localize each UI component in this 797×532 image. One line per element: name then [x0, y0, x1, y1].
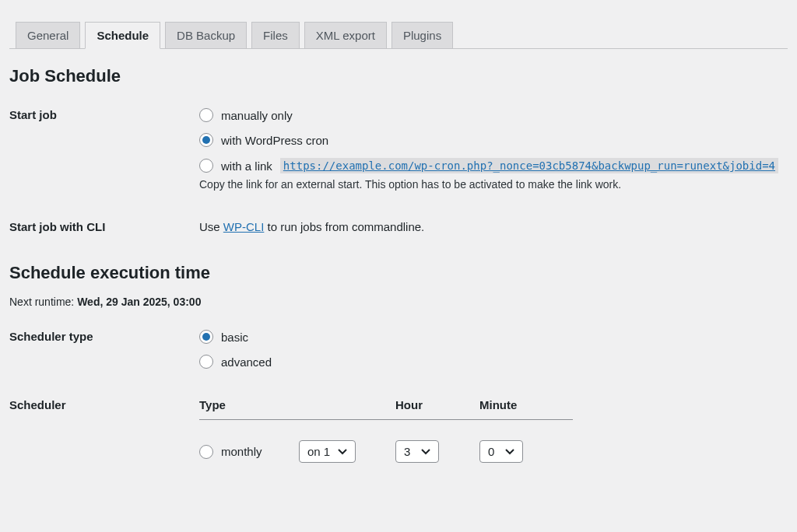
select-day[interactable]: on 1: [299, 440, 356, 463]
col-header-type: Type: [199, 398, 395, 411]
radio-monthly[interactable]: [199, 445, 213, 459]
select-value: 3: [404, 445, 410, 458]
chevron-down-icon: [338, 449, 347, 455]
field-scheduler-type: Scheduler type basic advanced: [9, 330, 788, 369]
label-scheduler-type: Scheduler type: [9, 330, 199, 343]
scheduler-row-monthly: monthly on 1 3: [199, 440, 573, 463]
heading-job-schedule: Job Schedule: [9, 66, 788, 86]
radio-label: with a link: [221, 159, 272, 173]
heading-execution-time: Schedule execution time: [9, 263, 788, 283]
tab-db-backup[interactable]: DB Backup: [165, 22, 247, 48]
cli-text-suffix: to run jobs from commandline.: [264, 220, 424, 233]
chevron-down-icon: [421, 449, 430, 455]
radio-label: with WordPress cron: [221, 134, 328, 147]
tab-schedule[interactable]: Schedule: [85, 22, 160, 49]
select-value: on 1: [307, 445, 330, 458]
radio-advanced[interactable]: [199, 355, 213, 369]
col-header-minute: Minute: [479, 398, 557, 411]
scheduler-table: Type Hour Minute monthly on 1: [199, 398, 573, 463]
radio-basic[interactable]: [199, 330, 213, 344]
radio-manually-only[interactable]: [199, 108, 213, 122]
tab-general[interactable]: General: [16, 22, 80, 48]
label-start-job-cli: Start job with CLI: [9, 220, 199, 233]
next-runtime-prefix: Next runtime:: [9, 296, 77, 308]
field-start-job: Start job manually only with WordPress c…: [9, 108, 788, 191]
tab-plugins[interactable]: Plugins: [391, 22, 453, 48]
label-scheduler: Scheduler: [9, 398, 199, 411]
radio-label: manually only: [221, 109, 293, 122]
chevron-down-icon: [505, 449, 514, 455]
col-header-hour: Hour: [395, 398, 479, 411]
next-runtime: Next runtime: Wed, 29 Jan 2025, 03:00: [9, 296, 788, 308]
field-start-job-cli: Start job with CLI Use WP-CLI to run job…: [9, 220, 788, 233]
cli-text-prefix: Use: [199, 220, 223, 233]
radio-label: advanced: [221, 355, 272, 369]
radio-label: monthly: [221, 445, 262, 458]
select-minute[interactable]: 0: [479, 440, 523, 463]
radio-with-link[interactable]: [199, 159, 213, 173]
external-start-link[interactable]: https://example.com/wp-cron.php?_nonce=0…: [280, 158, 778, 173]
tab-xml-export[interactable]: XML export: [304, 22, 387, 48]
select-value: 0: [488, 445, 494, 458]
tab-files[interactable]: Files: [251, 22, 300, 48]
radio-wp-cron[interactable]: [199, 133, 213, 147]
select-hour[interactable]: 3: [395, 440, 439, 463]
label-start-job: Start job: [9, 108, 199, 121]
wp-cli-link[interactable]: WP-CLI: [223, 220, 265, 233]
link-hint: Copy the link for an external start. Thi…: [199, 178, 788, 191]
next-runtime-value: Wed, 29 Jan 2025, 03:00: [77, 296, 201, 308]
radio-label: basic: [221, 331, 248, 344]
field-scheduler: Scheduler Type Hour Minute monthly on 1: [9, 398, 788, 463]
tabs: General Schedule DB Backup Files XML exp…: [9, 0, 788, 49]
